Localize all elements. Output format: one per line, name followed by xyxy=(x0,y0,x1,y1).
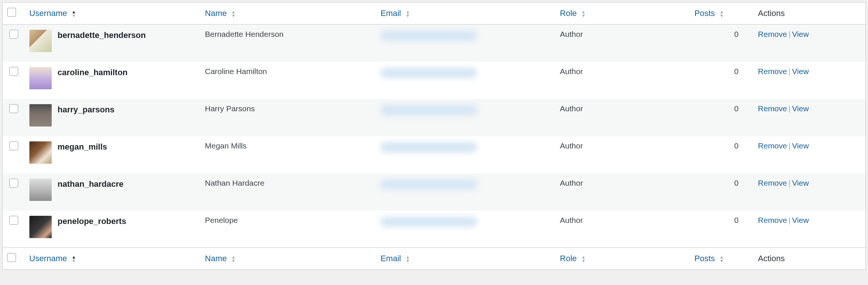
caret-down-icon: ▼ xyxy=(231,14,236,17)
actions-separator: | xyxy=(787,67,792,76)
caret-down-icon: ▼ xyxy=(405,14,410,17)
caret-down-icon: ▼ xyxy=(71,14,76,17)
actions-separator: | xyxy=(787,179,792,187)
user-role: Author xyxy=(556,99,690,136)
actions-separator: | xyxy=(787,104,792,113)
column-header-email[interactable]: Email ▲ ▼ xyxy=(376,3,555,25)
view-link[interactable]: View xyxy=(792,104,809,113)
column-footer-role[interactable]: Role ▲ ▼ xyxy=(556,248,690,270)
table-row: bernadette_hendersonBernadette Henderson… xyxy=(3,25,866,62)
users-table: Username ▲ ▼ Name ▲ ▼ Email ▲ ▼ xyxy=(2,2,866,270)
table-row: caroline_hamiltonCaroline HamiltonAuthor… xyxy=(3,62,866,99)
user-email[interactable] xyxy=(376,173,555,211)
user-email[interactable] xyxy=(376,136,555,173)
remove-link[interactable]: Remove xyxy=(758,30,787,38)
user-role: Author xyxy=(556,211,690,248)
blurred-email xyxy=(380,179,477,190)
column-footer-actions: Actions xyxy=(753,248,865,270)
view-link[interactable]: View xyxy=(792,141,809,150)
column-footer-posts[interactable]: Posts ▲ ▼ xyxy=(690,248,753,270)
blurred-email xyxy=(380,68,477,78)
avatar xyxy=(29,104,52,127)
column-footer-actions-label: Actions xyxy=(758,254,785,263)
column-header-email-label: Email xyxy=(380,9,401,18)
row-checkbox[interactable] xyxy=(9,179,18,188)
row-checkbox[interactable] xyxy=(9,216,18,225)
username-link[interactable]: bernadette_henderson xyxy=(58,30,146,40)
caret-down-icon: ▼ xyxy=(581,259,586,263)
caret-down-icon: ▼ xyxy=(719,14,724,17)
remove-link[interactable]: Remove xyxy=(758,67,787,76)
view-link[interactable]: View xyxy=(792,30,809,38)
row-checkbox[interactable] xyxy=(9,30,18,39)
row-actions: Remove|View xyxy=(753,211,865,248)
column-footer-email[interactable]: Email ▲ ▼ xyxy=(376,248,555,270)
user-posts: 0 xyxy=(690,173,753,211)
sort-icon: ▲ ▼ xyxy=(581,255,586,263)
column-header-username-label: Username xyxy=(29,9,67,18)
user-name: Megan Mills xyxy=(200,136,376,173)
username-link[interactable]: penelope_roberts xyxy=(58,216,126,226)
actions-separator: | xyxy=(787,216,792,224)
user-posts: 0 xyxy=(690,136,753,173)
column-header-username[interactable]: Username ▲ ▼ xyxy=(25,3,200,25)
user-email[interactable] xyxy=(376,211,555,248)
user-name: Harry Parsons xyxy=(200,99,376,136)
sort-icon: ▲ ▼ xyxy=(719,255,724,263)
row-checkbox[interactable] xyxy=(9,141,18,150)
table-row: penelope_robertsPenelopeAuthor0Remove|Vi… xyxy=(3,211,866,248)
user-name: Caroline Hamilton xyxy=(200,62,376,99)
user-role: Author xyxy=(556,25,690,62)
avatar xyxy=(29,216,52,238)
actions-separator: | xyxy=(787,30,792,38)
column-header-actions-label: Actions xyxy=(758,9,785,18)
row-actions: Remove|View xyxy=(753,136,865,173)
avatar xyxy=(29,141,52,164)
user-email[interactable] xyxy=(376,62,555,99)
column-header-role[interactable]: Role ▲ ▼ xyxy=(556,3,690,25)
view-link[interactable]: View xyxy=(792,179,809,187)
column-footer-checkbox xyxy=(3,248,25,270)
sort-icon: ▲ ▼ xyxy=(231,255,236,263)
row-actions: Remove|View xyxy=(753,99,865,136)
user-posts: 0 xyxy=(690,99,753,136)
remove-link[interactable]: Remove xyxy=(758,141,787,150)
column-header-role-label: Role xyxy=(560,9,577,18)
column-header-posts-label: Posts xyxy=(694,9,715,18)
remove-link[interactable]: Remove xyxy=(758,179,787,187)
select-all-checkbox[interactable] xyxy=(7,8,16,17)
blurred-email xyxy=(380,105,477,115)
actions-separator: | xyxy=(787,141,792,150)
column-footer-username[interactable]: Username ▲ ▼ xyxy=(25,248,200,270)
caret-down-icon: ▼ xyxy=(719,259,724,263)
user-email[interactable] xyxy=(376,99,555,136)
username-link[interactable]: harry_parsons xyxy=(58,104,115,115)
column-header-posts[interactable]: Posts ▲ ▼ xyxy=(690,3,753,25)
table-row: nathan_hardacreNathan HardacreAuthor0Rem… xyxy=(3,173,866,211)
remove-link[interactable]: Remove xyxy=(758,216,787,224)
blurred-email xyxy=(380,142,477,153)
row-checkbox[interactable] xyxy=(9,104,18,113)
caret-down-icon: ▼ xyxy=(581,14,586,17)
username-link[interactable]: nathan_hardacre xyxy=(58,179,123,189)
user-role: Author xyxy=(556,136,690,173)
column-footer-name[interactable]: Name ▲ ▼ xyxy=(200,248,376,270)
column-header-name[interactable]: Name ▲ ▼ xyxy=(200,3,376,25)
column-footer-posts-label: Posts xyxy=(694,254,715,263)
view-link[interactable]: View xyxy=(792,216,809,224)
username-link[interactable]: megan_mills xyxy=(58,141,107,152)
caret-down-icon: ▼ xyxy=(231,259,236,263)
select-all-checkbox-footer[interactable] xyxy=(7,253,16,262)
remove-link[interactable]: Remove xyxy=(758,104,787,113)
blurred-email xyxy=(380,217,477,227)
sort-icon: ▲ ▼ xyxy=(581,10,586,17)
avatar xyxy=(29,30,52,52)
user-posts: 0 xyxy=(690,25,753,62)
row-actions: Remove|View xyxy=(753,173,865,211)
caret-down-icon: ▼ xyxy=(405,259,410,263)
row-checkbox[interactable] xyxy=(9,67,18,76)
view-link[interactable]: View xyxy=(792,67,809,76)
sort-icon: ▲ ▼ xyxy=(719,10,724,17)
user-email[interactable] xyxy=(376,25,555,62)
username-link[interactable]: caroline_hamilton xyxy=(58,67,128,77)
